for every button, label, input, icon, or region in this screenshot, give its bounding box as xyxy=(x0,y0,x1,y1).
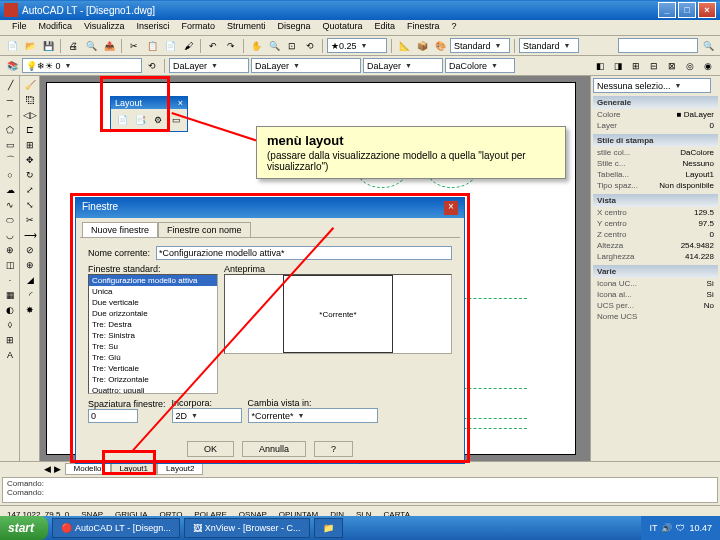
pline-icon[interactable]: ⌐ xyxy=(2,108,18,122)
changeview-combo[interactable]: *Corrente* xyxy=(248,408,378,423)
dc-icon[interactable]: 📦 xyxy=(414,38,430,54)
point-icon[interactable]: · xyxy=(2,273,18,287)
list-item[interactable]: Tre: Sinistra xyxy=(89,330,217,341)
lweight-combo[interactable]: DaLayer xyxy=(363,58,443,73)
prop-value[interactable]: 254.9482 xyxy=(681,241,714,250)
extend-icon[interactable]: ⟶ xyxy=(22,228,38,242)
group-varie[interactable]: Varie xyxy=(593,265,718,278)
help-button[interactable]: ? xyxy=(314,441,353,457)
ltype-combo[interactable]: DaLayer xyxy=(251,58,361,73)
arc-icon[interactable]: ⌒ xyxy=(2,153,18,167)
props-icon[interactable]: 📐 xyxy=(396,38,412,54)
gradient-icon[interactable]: ◐ xyxy=(2,303,18,317)
publish-icon[interactable]: 📤 xyxy=(101,38,117,54)
array-icon[interactable]: ⊞ xyxy=(22,138,38,152)
menu-modifica[interactable]: Modifica xyxy=(33,20,79,35)
layer-prev-icon[interactable]: ⟲ xyxy=(144,58,160,74)
layout-new-icon[interactable]: 📄 xyxy=(114,112,130,128)
join-icon[interactable]: ⊕ xyxy=(22,258,38,272)
menu-strumenti[interactable]: Strumenti xyxy=(221,20,272,35)
tab-model[interactable]: Modello xyxy=(65,463,111,475)
new-icon[interactable]: 📄 xyxy=(4,38,20,54)
prop-value[interactable]: 129.5 xyxy=(694,208,714,217)
group-generale[interactable]: Generale xyxy=(593,96,718,109)
revcloud-icon[interactable]: ☁ xyxy=(2,183,18,197)
tool3-icon[interactable]: ⊞ xyxy=(628,58,644,74)
rect-icon[interactable]: ▭ xyxy=(2,138,18,152)
ok-button[interactable]: OK xyxy=(187,441,234,457)
task-item[interactable]: 📁 xyxy=(314,518,343,538)
erase-icon[interactable]: 🧹 xyxy=(22,78,38,92)
menu-finestra[interactable]: Finestra xyxy=(401,20,446,35)
std-combo[interactable]: Standard xyxy=(450,38,510,53)
earc-icon[interactable]: ◡ xyxy=(2,228,18,242)
tab-layout1[interactable]: Layout1 xyxy=(111,463,157,475)
prop-value[interactable]: Non disponibile xyxy=(659,181,714,190)
copy-icon[interactable]: 📋 xyxy=(144,38,160,54)
search-input[interactable] xyxy=(618,38,698,53)
tab-new-viewports[interactable]: Nuove finestre xyxy=(82,222,158,237)
match-icon[interactable]: 🖌 xyxy=(180,38,196,54)
spacing-input[interactable] xyxy=(88,409,138,423)
group-vista[interactable]: Vista xyxy=(593,194,718,207)
command-line[interactable]: Comando: Comando: xyxy=(2,477,718,503)
list-item[interactable]: Tre: Giù xyxy=(89,352,217,363)
polygon-icon[interactable]: ⬠ xyxy=(2,123,18,137)
prop-value[interactable]: Sì xyxy=(706,290,714,299)
tray-icon[interactable]: 🛡 xyxy=(676,523,685,533)
task-item[interactable]: 🔴AutoCAD LT - [Disegn... xyxy=(52,518,180,538)
redo-icon[interactable]: ↷ xyxy=(223,38,239,54)
prop-value[interactable]: Sì xyxy=(706,279,714,288)
stretch-icon[interactable]: ⤡ xyxy=(22,198,38,212)
menu-file[interactable]: File xyxy=(6,20,33,35)
offset-icon[interactable]: ⊏ xyxy=(22,123,38,137)
region-icon[interactable]: ◊ xyxy=(2,318,18,332)
list-item[interactable]: Configurazione modello attiva xyxy=(89,275,217,286)
lang-indicator[interactable]: IT xyxy=(649,523,657,533)
tool4-icon[interactable]: ⊟ xyxy=(646,58,662,74)
list-item[interactable]: Quattro: uguali xyxy=(89,385,217,394)
std2-combo[interactable]: Standard xyxy=(519,38,579,53)
pstyle-combo[interactable]: DaColore xyxy=(445,58,515,73)
cut-icon[interactable]: ✂ xyxy=(126,38,142,54)
pan-icon[interactable]: ✋ xyxy=(248,38,264,54)
move-icon[interactable]: ✥ xyxy=(22,153,38,167)
hatch-icon[interactable]: ▦ xyxy=(2,288,18,302)
layout-template-icon[interactable]: 📑 xyxy=(132,112,148,128)
open-icon[interactable]: 📂 xyxy=(22,38,38,54)
preview-icon[interactable]: 🔍 xyxy=(83,38,99,54)
menu-help[interactable]: ? xyxy=(446,20,463,35)
list-item[interactable]: Unica xyxy=(89,286,217,297)
tool1-icon[interactable]: ◧ xyxy=(592,58,608,74)
list-item[interactable]: Tre: Destra xyxy=(89,319,217,330)
spline-icon[interactable]: ∿ xyxy=(2,198,18,212)
prop-value[interactable]: 0 xyxy=(710,230,714,239)
close-button[interactable]: × xyxy=(698,2,716,18)
close-icon[interactable]: × xyxy=(178,98,183,108)
menu-formato[interactable]: Formato xyxy=(175,20,221,35)
break-icon[interactable]: ⊘ xyxy=(22,243,38,257)
prop-value[interactable]: No xyxy=(704,301,714,310)
print-icon[interactable]: 🖨 xyxy=(65,38,81,54)
clock[interactable]: 10.47 xyxy=(689,523,712,533)
search-icon[interactable]: 🔍 xyxy=(700,38,716,54)
menu-inserisci[interactable]: Inserisci xyxy=(130,20,175,35)
tab-layout2[interactable]: Layout2 xyxy=(157,463,203,475)
fillet-icon[interactable]: ◜ xyxy=(22,288,38,302)
scale-combo[interactable]: ★0.25 xyxy=(327,38,387,53)
line-icon[interactable]: ╱ xyxy=(2,78,18,92)
save-icon[interactable]: 💾 xyxy=(40,38,56,54)
tab-named-viewports[interactable]: Finestre con nome xyxy=(158,222,251,237)
tool5-icon[interactable]: ⊠ xyxy=(664,58,680,74)
menu-disegna[interactable]: Disegna xyxy=(271,20,316,35)
start-button[interactable]: start xyxy=(0,516,48,540)
minimize-button[interactable]: _ xyxy=(658,2,676,18)
zoom-icon[interactable]: 🔍 xyxy=(266,38,282,54)
list-item[interactable]: Due verticale xyxy=(89,297,217,308)
cmd-prompt[interactable]: Comando: xyxy=(7,488,713,497)
tool6-icon[interactable]: ◎ xyxy=(682,58,698,74)
maximize-button[interactable]: □ xyxy=(678,2,696,18)
zoom-win-icon[interactable]: ⊡ xyxy=(284,38,300,54)
trim-icon[interactable]: ✂ xyxy=(22,213,38,227)
menu-quotatura[interactable]: Quotatura xyxy=(316,20,368,35)
